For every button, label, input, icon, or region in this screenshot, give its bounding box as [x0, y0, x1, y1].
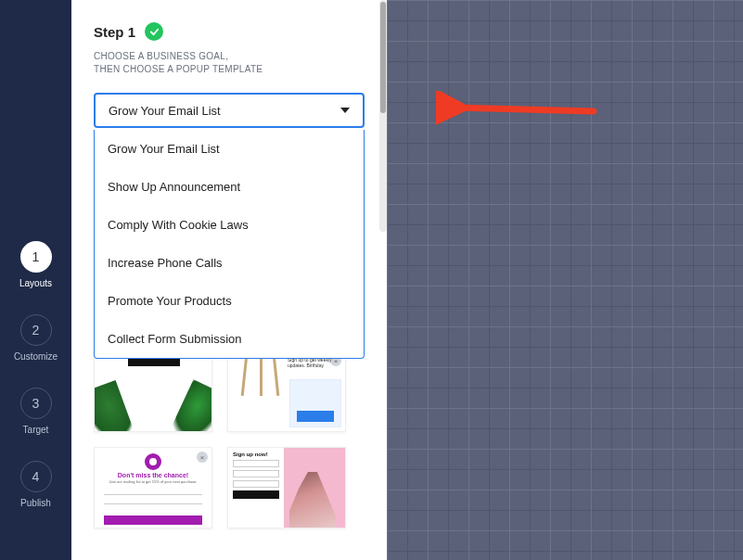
dropdown-option[interactable]: Increase Phone Calls: [95, 244, 364, 282]
dropdown-option[interactable]: Grow Your Email List: [95, 130, 364, 168]
step-number: 2: [32, 323, 40, 337]
step-number: 3: [32, 396, 40, 411]
sidebar-step-1-label: Layouts: [19, 278, 52, 288]
dropdown-trigger[interactable]: Grow Your Email List: [94, 93, 365, 128]
template-form-preview: Sign up now!: [228, 448, 284, 528]
dropdown-option[interactable]: Show Up Announcement: [95, 168, 364, 206]
template-input-preview: [233, 470, 279, 477]
panel-header: Step 1 CHOOSE A BUSINESS GOAL, THEN CHOO…: [71, 22, 387, 76]
sidebar-step-4-label: Publish: [20, 498, 51, 508]
layouts-panel: Step 1 CHOOSE A BUSINESS GOAL, THEN CHOO…: [71, 0, 387, 560]
step-title: Step 1: [94, 24, 135, 40]
subtitle-line-2: THEN CHOOSE A POPUP TEMPLATE: [94, 64, 263, 74]
sidebar-step-1[interactable]: 1: [20, 241, 52, 273]
dropdown-option[interactable]: Promote Your Products: [95, 282, 364, 320]
template-logo-preview: [145, 453, 161, 470]
template-input-preview: [233, 460, 279, 467]
dropdown-option[interactable]: Collect Form Submission: [95, 320, 364, 358]
check-icon: [145, 22, 163, 41]
sidebar-step-3[interactable]: 3: [20, 388, 52, 419]
template-title-preview: Sign up now!: [233, 452, 279, 457]
template-headline-preview: Don't miss the chance!: [95, 472, 211, 478]
template-card[interactable]: × Sign up now!: [227, 447, 346, 528]
sidebar-step-2-label: Customize: [14, 351, 58, 362]
person-decoration: [289, 472, 336, 528]
leaf-decoration: [94, 380, 135, 432]
step-number: 1: [32, 249, 40, 264]
preview-canvas[interactable]: [387, 0, 743, 560]
template-button-preview: [233, 490, 279, 499]
dropdown-menu: Grow Your Email List Show Up Announcemen…: [94, 130, 365, 359]
leaf-decoration: [170, 379, 212, 432]
template-input-preview: [104, 498, 202, 504]
template-gallery: × Sign up to get weekly updates. Birthda…: [71, 350, 387, 528]
sidebar-step-3-label: Target: [23, 425, 49, 435]
panel-subtitle: CHOOSE A BUSINESS GOAL, THEN CHOOSE A PO…: [94, 50, 365, 76]
sidebar-step-4[interactable]: 4: [20, 461, 52, 492]
template-image-preview: [284, 448, 345, 528]
step-number: 4: [32, 469, 40, 484]
sidebar-step-2[interactable]: 2: [20, 314, 52, 346]
template-input-preview: [104, 489, 202, 495]
template-card[interactable]: [94, 350, 212, 432]
subtitle-line-1: CHOOSE A BUSINESS GOAL,: [94, 51, 228, 61]
template-input-preview: [233, 480, 279, 488]
template-sub-preview: Join our mailing list to get 15% of your…: [100, 480, 206, 485]
business-goal-dropdown: Grow Your Email List Grow Your Email Lis…: [71, 93, 387, 128]
dropdown-option[interactable]: Comply With Cookie Laws: [95, 206, 364, 244]
dropdown-selected-label: Grow Your Email List: [109, 104, 221, 118]
close-icon: ×: [197, 452, 208, 463]
caret-down-icon: [340, 108, 350, 113]
wizard-sidebar: 1 Layouts 2 Customize 3 Target 4 Publish: [0, 0, 71, 560]
template-button-preview: [297, 411, 334, 422]
template-button-preview: [104, 515, 202, 525]
template-card[interactable]: × Don't miss the chance! Join our mailin…: [94, 447, 212, 528]
template-card[interactable]: × Sign up to get weekly updates. Birthda…: [227, 350, 346, 432]
